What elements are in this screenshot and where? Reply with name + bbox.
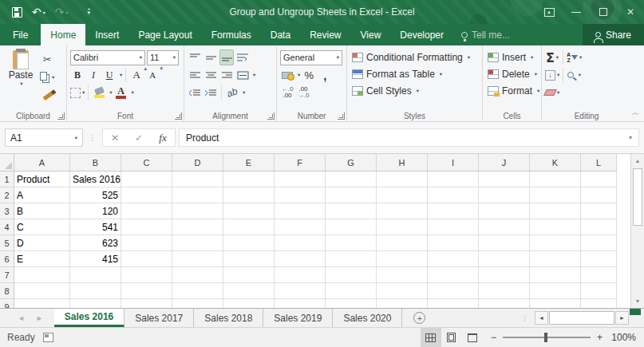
vertical-scrollbar[interactable]: ▲ ▼: [630, 154, 644, 308]
sheet-tab-sales-2016[interactable]: Sales 2016: [54, 309, 124, 327]
cell-A3[interactable]: B: [14, 203, 70, 219]
cell-C6[interactable]: [121, 251, 172, 267]
cell-F3[interactable]: [275, 203, 326, 219]
cell-G2[interactable]: [326, 187, 377, 203]
alignment-dialog-launcher[interactable]: [267, 112, 275, 120]
fill-color-button[interactable]: [92, 85, 106, 101]
undo-caret-icon[interactable]: ▾: [43, 10, 45, 15]
zoom-in-button[interactable]: +: [597, 332, 603, 343]
cell-C7[interactable]: [121, 267, 172, 283]
cell-I1[interactable]: [428, 172, 479, 187]
cell-B1[interactable]: Sales 2016: [70, 172, 121, 187]
bold-button[interactable]: B: [70, 67, 85, 83]
cell-I9[interactable]: [428, 299, 479, 308]
cell-J9[interactable]: [479, 299, 530, 308]
row-header-2[interactable]: 2: [0, 187, 14, 203]
increase-font-button[interactable]: A▲: [129, 67, 144, 83]
name-box-caret-icon[interactable]: ▾: [75, 135, 77, 141]
scroll-right-icon[interactable]: ►: [615, 311, 629, 325]
cell-H3[interactable]: [377, 203, 428, 219]
underline-button[interactable]: U: [102, 67, 117, 83]
align-right-button[interactable]: [219, 67, 234, 83]
cell-L9[interactable]: [581, 299, 617, 308]
cell-I6[interactable]: [428, 251, 479, 267]
merge-center-button[interactable]: [235, 67, 250, 83]
cell-H2[interactable]: [377, 187, 428, 203]
find-select-button[interactable]: ▾: [567, 67, 581, 83]
cell-L1[interactable]: [581, 172, 617, 187]
accounting-format-button[interactable]: [280, 67, 294, 83]
cell-A6[interactable]: E: [14, 251, 70, 267]
decrease-font-button[interactable]: A▼: [145, 67, 160, 83]
orientation-button[interactable]: ab: [223, 83, 242, 103]
cell-H7[interactable]: [377, 267, 428, 283]
cell-H6[interactable]: [377, 251, 428, 267]
cell-G5[interactable]: [326, 235, 377, 251]
cell-L8[interactable]: [581, 283, 617, 299]
cell-K7[interactable]: [530, 267, 581, 283]
autosum-button[interactable]: Σ▾: [545, 49, 559, 65]
cell-K8[interactable]: [530, 283, 581, 299]
macro-record-icon[interactable]: [43, 333, 53, 342]
tab-view[interactable]: View: [351, 24, 391, 45]
row-header-1[interactable]: 1: [0, 172, 14, 187]
redo-button[interactable]: ↷▾: [51, 6, 73, 18]
row-header-5[interactable]: 5: [0, 235, 14, 251]
cell-E5[interactable]: [223, 235, 275, 251]
horizontal-scrollbar-thumb[interactable]: [549, 311, 614, 325]
cell-L2[interactable]: [581, 187, 617, 203]
increase-decimal-button[interactable]: ←.0.00: [280, 85, 294, 101]
row-header-7[interactable]: 7: [0, 267, 14, 283]
cell-E9[interactable]: [223, 299, 275, 308]
cell-C4[interactable]: [121, 219, 172, 235]
tab-insert[interactable]: Insert: [85, 24, 128, 45]
column-header-i[interactable]: I: [428, 154, 479, 172]
cell-A7[interactable]: [14, 267, 70, 283]
row-header-3[interactable]: 3: [0, 203, 14, 219]
row-header-8[interactable]: 8: [0, 283, 14, 299]
cell-B4[interactable]: 541: [70, 219, 121, 235]
cell-B2[interactable]: 525: [70, 187, 121, 203]
format-painter-button[interactable]: [40, 88, 54, 104]
cell-I3[interactable]: [428, 203, 479, 219]
cell-L6[interactable]: [581, 251, 617, 267]
paste-caret-icon[interactable]: ▾: [20, 81, 22, 87]
orientation-caret-icon[interactable]: ▾: [243, 89, 245, 96]
cell-A1[interactable]: Product: [14, 172, 70, 187]
cell-H9[interactable]: [377, 299, 428, 308]
cell-B6[interactable]: 415: [70, 251, 121, 267]
number-dialog-launcher[interactable]: [338, 112, 345, 120]
scroll-up-icon[interactable]: ▲: [631, 154, 644, 168]
column-header-e[interactable]: E: [223, 154, 275, 172]
accounting-caret-icon[interactable]: ▾: [298, 72, 300, 78]
cell-F2[interactable]: [275, 187, 326, 203]
cell-J5[interactable]: [479, 235, 530, 251]
number-format-combo[interactable]: General▾: [280, 50, 342, 65]
cell-H5[interactable]: [377, 235, 428, 251]
zoom-out-button[interactable]: −: [491, 332, 496, 343]
tab-developer[interactable]: Developer: [390, 24, 453, 45]
cell-D3[interactable]: [172, 203, 223, 219]
cell-L4[interactable]: [581, 219, 617, 235]
page-layout-view-button[interactable]: [441, 328, 462, 347]
borders-button[interactable]: ▾: [70, 85, 85, 101]
page-break-view-button[interactable]: [462, 328, 483, 347]
sheet-tab-sales-2018[interactable]: Sales 2018: [194, 309, 263, 327]
cell-D6[interactable]: [172, 251, 223, 267]
decrease-indent-button[interactable]: [188, 85, 202, 101]
cell-J2[interactable]: [479, 187, 530, 203]
ribbon-display-options-button[interactable]: ▴: [535, 0, 563, 24]
cell-E1[interactable]: [223, 172, 275, 187]
tab-home[interactable]: Home: [41, 24, 85, 45]
cell-K4[interactable]: [530, 219, 581, 235]
format-as-table-button[interactable]: Format as Table▾: [350, 65, 480, 82]
cell-G4[interactable]: [326, 219, 377, 235]
cell-F5[interactable]: [275, 235, 326, 251]
cell-D4[interactable]: [172, 219, 223, 235]
cell-G7[interactable]: [326, 267, 377, 283]
formula-expand-icon[interactable]: ▾: [629, 134, 632, 141]
font-name-combo[interactable]: Calibri▾: [70, 50, 145, 65]
percent-style-button[interactable]: %: [302, 67, 316, 83]
select-all-button[interactable]: [0, 154, 14, 172]
cell-D9[interactable]: [172, 299, 223, 308]
